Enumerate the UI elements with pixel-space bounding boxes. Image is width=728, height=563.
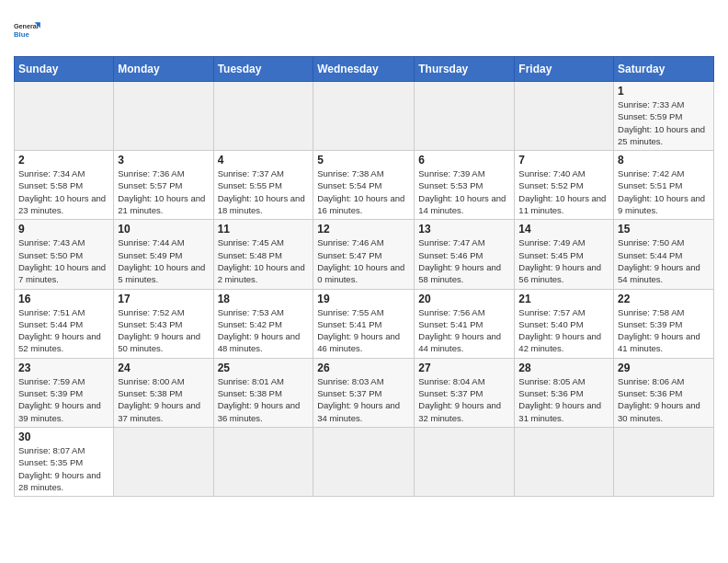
- day-number: 2: [18, 154, 109, 167]
- day-info: Sunrise: 7:45 AM Sunset: 5:48 PM Dayligh…: [218, 236, 310, 285]
- day-number: 30: [18, 431, 109, 443]
- calendar-cell: [15, 82, 114, 151]
- day-number: 20: [418, 293, 510, 305]
- day-info: Sunrise: 7:59 AM Sunset: 5:39 PM Dayligh…: [18, 375, 109, 424]
- day-info: Sunrise: 7:42 AM Sunset: 5:51 PM Dayligh…: [618, 167, 710, 216]
- calendar-cell: [313, 82, 415, 151]
- day-info: Sunrise: 7:43 AM Sunset: 5:50 PM Dayligh…: [18, 236, 109, 285]
- day-number: 10: [118, 223, 209, 236]
- col-header-monday: Monday: [114, 57, 213, 82]
- calendar-cell: 12Sunrise: 7:46 AM Sunset: 5:47 PM Dayli…: [313, 220, 415, 289]
- calendar-table: SundayMondayTuesdayWednesdayThursdayFrid…: [14, 56, 714, 497]
- calendar-cell: 21Sunrise: 7:57 AM Sunset: 5:40 PM Dayli…: [515, 289, 614, 358]
- logo-icon: GeneralBlue: [14, 14, 47, 47]
- day-info: Sunrise: 7:38 AM Sunset: 5:54 PM Dayligh…: [317, 167, 410, 216]
- day-number: 25: [218, 362, 310, 374]
- day-number: 12: [317, 223, 410, 236]
- day-number: 15: [618, 223, 710, 236]
- calendar-week-row: 9Sunrise: 7:43 AM Sunset: 5:50 PM Daylig…: [15, 220, 714, 289]
- svg-text:General: General: [14, 22, 39, 30]
- day-number: 14: [518, 223, 609, 236]
- calendar-cell: 7Sunrise: 7:40 AM Sunset: 5:52 PM Daylig…: [515, 151, 614, 220]
- col-header-thursday: Thursday: [415, 57, 515, 82]
- calendar-week-row: 2Sunrise: 7:34 AM Sunset: 5:58 PM Daylig…: [15, 151, 714, 220]
- day-info: Sunrise: 7:50 AM Sunset: 5:44 PM Dayligh…: [618, 236, 710, 285]
- day-number: 28: [518, 362, 609, 374]
- day-info: Sunrise: 7:52 AM Sunset: 5:43 PM Dayligh…: [118, 306, 209, 355]
- day-number: 17: [118, 293, 209, 305]
- calendar-cell: 6Sunrise: 7:39 AM Sunset: 5:53 PM Daylig…: [415, 151, 515, 220]
- day-number: 5: [317, 154, 410, 167]
- day-number: 7: [518, 154, 609, 167]
- col-header-sunday: Sunday: [15, 57, 114, 82]
- calendar-cell: 10Sunrise: 7:44 AM Sunset: 5:49 PM Dayli…: [114, 220, 213, 289]
- calendar-cell: 29Sunrise: 8:06 AM Sunset: 5:36 PM Dayli…: [614, 358, 714, 427]
- day-number: 26: [317, 362, 410, 374]
- calendar-cell: 24Sunrise: 8:00 AM Sunset: 5:38 PM Dayli…: [114, 358, 213, 427]
- calendar-cell: [415, 82, 515, 151]
- calendar-cell: 27Sunrise: 8:04 AM Sunset: 5:37 PM Dayli…: [415, 358, 515, 427]
- day-info: Sunrise: 7:36 AM Sunset: 5:57 PM Dayligh…: [118, 167, 209, 216]
- calendar-cell: 8Sunrise: 7:42 AM Sunset: 5:51 PM Daylig…: [614, 151, 714, 220]
- calendar-cell: 9Sunrise: 7:43 AM Sunset: 5:50 PM Daylig…: [15, 220, 114, 289]
- col-header-friday: Friday: [515, 57, 614, 82]
- calendar-cell: [213, 427, 313, 496]
- day-number: 19: [317, 293, 410, 305]
- calendar-page: GeneralBlue SundayMondayTuesdayWednesday…: [0, 0, 728, 563]
- calendar-cell: 22Sunrise: 7:58 AM Sunset: 5:39 PM Dayli…: [614, 289, 714, 358]
- calendar-week-row: 23Sunrise: 7:59 AM Sunset: 5:39 PM Dayli…: [15, 358, 714, 427]
- calendar-cell: [415, 427, 515, 496]
- calendar-cell: [114, 82, 213, 151]
- day-number: 6: [418, 154, 510, 167]
- calendar-cell: 15Sunrise: 7:50 AM Sunset: 5:44 PM Dayli…: [614, 220, 714, 289]
- day-number: 9: [18, 223, 109, 236]
- day-info: Sunrise: 8:05 AM Sunset: 5:36 PM Dayligh…: [518, 375, 609, 424]
- calendar-cell: 19Sunrise: 7:55 AM Sunset: 5:41 PM Dayli…: [313, 289, 415, 358]
- day-info: Sunrise: 7:37 AM Sunset: 5:55 PM Dayligh…: [218, 167, 310, 216]
- calendar-header-row: SundayMondayTuesdayWednesdayThursdayFrid…: [15, 57, 714, 82]
- calendar-cell: [213, 82, 313, 151]
- day-number: 13: [418, 223, 510, 236]
- calendar-cell: 5Sunrise: 7:38 AM Sunset: 5:54 PM Daylig…: [313, 151, 415, 220]
- day-number: 24: [118, 362, 209, 374]
- calendar-cell: 4Sunrise: 7:37 AM Sunset: 5:55 PM Daylig…: [213, 151, 313, 220]
- day-number: 22: [618, 293, 710, 305]
- header: GeneralBlue: [14, 14, 714, 47]
- calendar-cell: 13Sunrise: 7:47 AM Sunset: 5:46 PM Dayli…: [415, 220, 515, 289]
- day-info: Sunrise: 7:53 AM Sunset: 5:42 PM Dayligh…: [218, 306, 310, 355]
- day-info: Sunrise: 8:07 AM Sunset: 5:35 PM Dayligh…: [18, 444, 109, 493]
- day-info: Sunrise: 7:47 AM Sunset: 5:46 PM Dayligh…: [418, 236, 510, 285]
- day-info: Sunrise: 7:40 AM Sunset: 5:52 PM Dayligh…: [518, 167, 609, 216]
- day-info: Sunrise: 8:03 AM Sunset: 5:37 PM Dayligh…: [317, 375, 410, 424]
- day-info: Sunrise: 7:51 AM Sunset: 5:44 PM Dayligh…: [18, 306, 109, 355]
- day-info: Sunrise: 7:44 AM Sunset: 5:49 PM Dayligh…: [118, 236, 209, 285]
- calendar-cell: 16Sunrise: 7:51 AM Sunset: 5:44 PM Dayli…: [15, 289, 114, 358]
- calendar-cell: [114, 427, 213, 496]
- day-info: Sunrise: 7:39 AM Sunset: 5:53 PM Dayligh…: [418, 167, 510, 216]
- day-info: Sunrise: 7:57 AM Sunset: 5:40 PM Dayligh…: [518, 306, 609, 355]
- day-number: 23: [18, 362, 109, 374]
- day-number: 18: [218, 293, 310, 305]
- day-number: 29: [618, 362, 710, 374]
- day-info: Sunrise: 7:49 AM Sunset: 5:45 PM Dayligh…: [518, 236, 609, 285]
- day-number: 1: [618, 85, 710, 98]
- calendar-week-row: 1Sunrise: 7:33 AM Sunset: 5:59 PM Daylig…: [15, 82, 714, 151]
- logo: GeneralBlue: [14, 14, 47, 47]
- day-number: 8: [618, 154, 710, 167]
- calendar-cell: 1Sunrise: 7:33 AM Sunset: 5:59 PM Daylig…: [614, 82, 714, 151]
- day-info: Sunrise: 7:58 AM Sunset: 5:39 PM Dayligh…: [618, 306, 710, 355]
- calendar-cell: 25Sunrise: 8:01 AM Sunset: 5:38 PM Dayli…: [213, 358, 313, 427]
- day-info: Sunrise: 8:04 AM Sunset: 5:37 PM Dayligh…: [418, 375, 510, 424]
- calendar-cell: 28Sunrise: 8:05 AM Sunset: 5:36 PM Dayli…: [515, 358, 614, 427]
- day-number: 16: [18, 293, 109, 305]
- calendar-cell: 23Sunrise: 7:59 AM Sunset: 5:39 PM Dayli…: [15, 358, 114, 427]
- calendar-week-row: 16Sunrise: 7:51 AM Sunset: 5:44 PM Dayli…: [15, 289, 714, 358]
- day-info: Sunrise: 7:33 AM Sunset: 5:59 PM Dayligh…: [618, 98, 710, 147]
- col-header-wednesday: Wednesday: [313, 57, 415, 82]
- calendar-cell: [515, 82, 614, 151]
- day-number: 27: [418, 362, 510, 374]
- day-info: Sunrise: 8:06 AM Sunset: 5:36 PM Dayligh…: [618, 375, 710, 424]
- calendar-cell: 3Sunrise: 7:36 AM Sunset: 5:57 PM Daylig…: [114, 151, 213, 220]
- calendar-cell: [515, 427, 614, 496]
- day-number: 11: [218, 223, 310, 236]
